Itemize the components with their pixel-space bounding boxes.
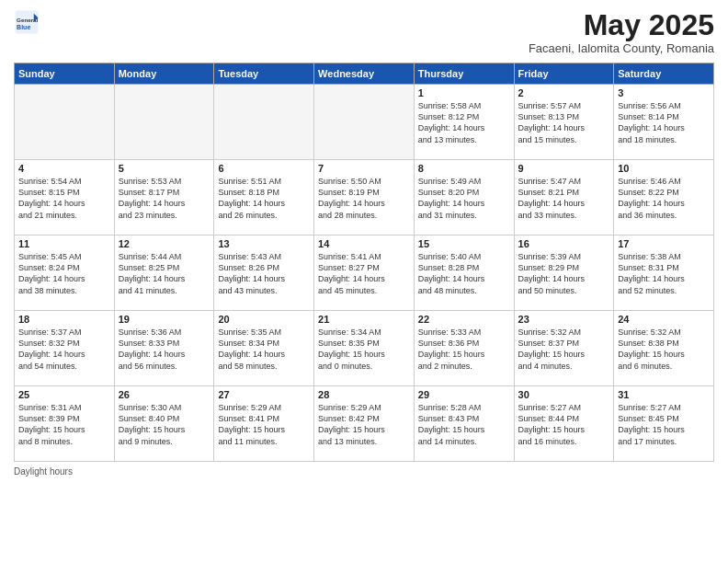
- day-number: 7: [318, 163, 410, 174]
- col-header-saturday: Saturday: [614, 63, 714, 85]
- cell-1-2: 6Sunrise: 5:51 AM Sunset: 8:18 PM Daylig…: [214, 160, 314, 236]
- day-number: 2: [518, 87, 610, 98]
- cell-content: Sunrise: 5:32 AM Sunset: 8:38 PM Dayligh…: [618, 327, 710, 372]
- col-header-monday: Monday: [114, 63, 214, 85]
- col-header-tuesday: Tuesday: [214, 63, 314, 85]
- day-number: 11: [18, 238, 110, 249]
- cell-content: Sunrise: 5:35 AM Sunset: 8:34 PM Dayligh…: [218, 327, 310, 372]
- footer-text: Daylight hours: [14, 466, 73, 477]
- day-number: 29: [418, 389, 510, 400]
- day-number: 20: [218, 314, 310, 325]
- day-number: 3: [618, 87, 710, 98]
- cell-content: Sunrise: 5:51 AM Sunset: 8:18 PM Dayligh…: [218, 176, 310, 221]
- cell-content: Sunrise: 5:54 AM Sunset: 8:15 PM Dayligh…: [18, 176, 110, 221]
- day-number: 26: [119, 389, 210, 400]
- cell-0-0: [15, 85, 115, 160]
- day-number: 27: [218, 389, 310, 400]
- cell-2-2: 13Sunrise: 5:43 AM Sunset: 8:26 PM Dayli…: [214, 236, 314, 311]
- cell-content: Sunrise: 5:34 AM Sunset: 8:35 PM Dayligh…: [318, 327, 410, 372]
- cell-content: Sunrise: 5:28 AM Sunset: 8:43 PM Dayligh…: [418, 402, 510, 447]
- cell-content: Sunrise: 5:32 AM Sunset: 8:37 PM Dayligh…: [518, 327, 610, 372]
- day-number: 31: [618, 389, 710, 400]
- cell-1-6: 10Sunrise: 5:46 AM Sunset: 8:22 PM Dayli…: [614, 160, 714, 236]
- cell-4-5: 30Sunrise: 5:27 AM Sunset: 8:44 PM Dayli…: [514, 386, 614, 462]
- cell-content: Sunrise: 5:43 AM Sunset: 8:26 PM Dayligh…: [218, 251, 310, 296]
- header-row: SundayMondayTuesdayWednesdayThursdayFrid…: [15, 63, 714, 85]
- calendar-table: SundayMondayTuesdayWednesdayThursdayFrid…: [14, 63, 714, 462]
- day-number: 21: [318, 314, 410, 325]
- day-number: 18: [18, 314, 110, 325]
- week-row-2: 11Sunrise: 5:45 AM Sunset: 8:24 PM Dayli…: [15, 236, 714, 311]
- title-block: May 2025 Facaeni, Ialomita County, Roman…: [529, 9, 714, 55]
- cell-0-3: [314, 85, 415, 160]
- cell-3-6: 24Sunrise: 5:32 AM Sunset: 8:38 PM Dayli…: [614, 311, 714, 386]
- cell-content: Sunrise: 5:44 AM Sunset: 8:25 PM Dayligh…: [119, 251, 210, 296]
- week-row-4: 25Sunrise: 5:31 AM Sunset: 8:39 PM Dayli…: [15, 386, 714, 462]
- day-number: 1: [418, 87, 510, 98]
- cell-content: Sunrise: 5:41 AM Sunset: 8:27 PM Dayligh…: [318, 251, 410, 296]
- cell-4-0: 25Sunrise: 5:31 AM Sunset: 8:39 PM Dayli…: [15, 386, 115, 462]
- month-title: May 2025: [529, 9, 714, 41]
- day-number: 25: [18, 389, 110, 400]
- cell-content: Sunrise: 5:40 AM Sunset: 8:28 PM Dayligh…: [418, 251, 510, 296]
- day-number: 23: [518, 314, 610, 325]
- cell-content: Sunrise: 5:29 AM Sunset: 8:42 PM Dayligh…: [318, 402, 410, 447]
- cell-3-1: 19Sunrise: 5:36 AM Sunset: 8:33 PM Dayli…: [114, 311, 214, 386]
- cell-content: Sunrise: 5:31 AM Sunset: 8:39 PM Dayligh…: [18, 402, 110, 447]
- cell-2-4: 15Sunrise: 5:40 AM Sunset: 8:28 PM Dayli…: [414, 236, 514, 311]
- cell-1-5: 9Sunrise: 5:47 AM Sunset: 8:21 PM Daylig…: [514, 160, 614, 236]
- cell-4-3: 28Sunrise: 5:29 AM Sunset: 8:42 PM Dayli…: [314, 386, 415, 462]
- cell-4-4: 29Sunrise: 5:28 AM Sunset: 8:43 PM Dayli…: [414, 386, 514, 462]
- location-title: Facaeni, Ialomita County, Romania: [529, 41, 714, 55]
- cell-content: Sunrise: 5:30 AM Sunset: 8:40 PM Dayligh…: [119, 402, 210, 447]
- cell-content: Sunrise: 5:33 AM Sunset: 8:36 PM Dayligh…: [418, 327, 510, 372]
- day-number: 5: [119, 163, 210, 174]
- day-number: 30: [518, 389, 610, 400]
- day-number: 16: [518, 238, 610, 249]
- col-header-sunday: Sunday: [15, 63, 115, 85]
- cell-content: Sunrise: 5:53 AM Sunset: 8:17 PM Dayligh…: [119, 176, 210, 221]
- day-number: 24: [618, 314, 710, 325]
- cell-4-6: 31Sunrise: 5:27 AM Sunset: 8:45 PM Dayli…: [614, 386, 714, 462]
- week-row-1: 4Sunrise: 5:54 AM Sunset: 8:15 PM Daylig…: [15, 160, 714, 236]
- cell-0-1: [114, 85, 214, 160]
- logo-icon: General Blue: [14, 9, 40, 35]
- header: General Blue May 2025 Facaeni, Ialomita …: [14, 9, 714, 55]
- cell-3-5: 23Sunrise: 5:32 AM Sunset: 8:37 PM Dayli…: [514, 311, 614, 386]
- cell-content: Sunrise: 5:56 AM Sunset: 8:14 PM Dayligh…: [618, 100, 710, 145]
- logo: General Blue: [14, 9, 40, 35]
- cell-2-3: 14Sunrise: 5:41 AM Sunset: 8:27 PM Dayli…: [314, 236, 415, 311]
- svg-text:Blue: Blue: [17, 24, 30, 30]
- cell-4-2: 27Sunrise: 5:29 AM Sunset: 8:41 PM Dayli…: [214, 386, 314, 462]
- cell-2-5: 16Sunrise: 5:39 AM Sunset: 8:29 PM Dayli…: [514, 236, 614, 311]
- col-header-thursday: Thursday: [414, 63, 514, 85]
- day-number: 10: [618, 163, 710, 174]
- day-number: 8: [418, 163, 510, 174]
- cell-1-4: 8Sunrise: 5:49 AM Sunset: 8:20 PM Daylig…: [414, 160, 514, 236]
- footer-note: Daylight hours: [14, 466, 714, 477]
- cell-content: Sunrise: 5:57 AM Sunset: 8:13 PM Dayligh…: [518, 100, 610, 145]
- cell-content: Sunrise: 5:46 AM Sunset: 8:22 PM Dayligh…: [618, 176, 710, 221]
- cell-content: Sunrise: 5:36 AM Sunset: 8:33 PM Dayligh…: [119, 327, 210, 372]
- day-number: 19: [119, 314, 210, 325]
- cell-2-1: 12Sunrise: 5:44 AM Sunset: 8:25 PM Dayli…: [114, 236, 214, 311]
- day-number: 14: [318, 238, 410, 249]
- cell-3-4: 22Sunrise: 5:33 AM Sunset: 8:36 PM Dayli…: [414, 311, 514, 386]
- cell-0-5: 2Sunrise: 5:57 AM Sunset: 8:13 PM Daylig…: [514, 85, 614, 160]
- cell-4-1: 26Sunrise: 5:30 AM Sunset: 8:40 PM Dayli…: [114, 386, 214, 462]
- cell-content: Sunrise: 5:37 AM Sunset: 8:32 PM Dayligh…: [18, 327, 110, 372]
- cell-content: Sunrise: 5:27 AM Sunset: 8:44 PM Dayligh…: [518, 402, 610, 447]
- cell-2-6: 17Sunrise: 5:38 AM Sunset: 8:31 PM Dayli…: [614, 236, 714, 311]
- cell-1-1: 5Sunrise: 5:53 AM Sunset: 8:17 PM Daylig…: [114, 160, 214, 236]
- week-row-0: 1Sunrise: 5:58 AM Sunset: 8:12 PM Daylig…: [15, 85, 714, 160]
- cell-2-0: 11Sunrise: 5:45 AM Sunset: 8:24 PM Dayli…: [15, 236, 115, 311]
- cell-0-4: 1Sunrise: 5:58 AM Sunset: 8:12 PM Daylig…: [414, 85, 514, 160]
- cell-1-3: 7Sunrise: 5:50 AM Sunset: 8:19 PM Daylig…: [314, 160, 415, 236]
- cell-content: Sunrise: 5:29 AM Sunset: 8:41 PM Dayligh…: [218, 402, 310, 447]
- col-header-wednesday: Wednesday: [314, 63, 415, 85]
- cell-content: Sunrise: 5:49 AM Sunset: 8:20 PM Dayligh…: [418, 176, 510, 221]
- day-number: 4: [18, 163, 110, 174]
- day-number: 28: [318, 389, 410, 400]
- day-number: 17: [618, 238, 710, 249]
- day-number: 13: [218, 238, 310, 249]
